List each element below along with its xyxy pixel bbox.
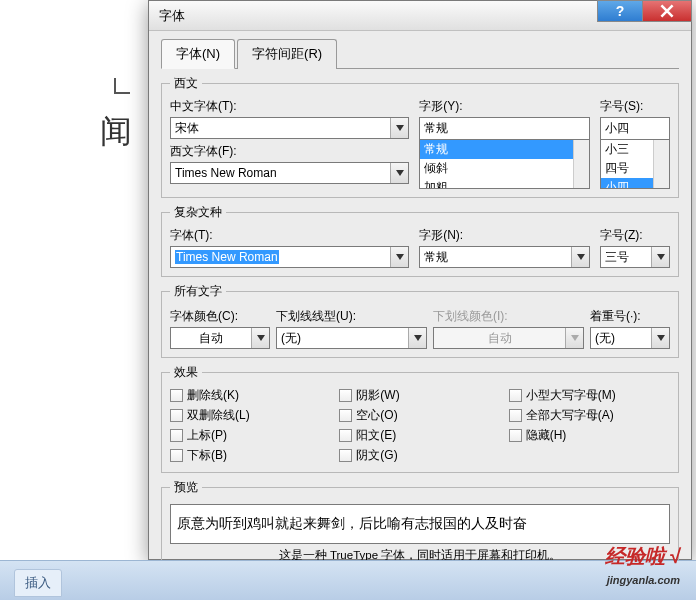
legend-allfonts: 所有文字 — [170, 283, 226, 300]
en-font-combo[interactable]: Times New Roman — [170, 162, 409, 184]
size-label: 字号(S): — [600, 98, 670, 115]
dropdown-icon — [390, 247, 408, 267]
size-listbox[interactable]: 小三 四号 小四 — [600, 139, 670, 189]
scrollbar[interactable] — [653, 140, 669, 188]
checkbox-dblstrike[interactable]: 双删除线(L) — [170, 407, 331, 424]
dropdown-icon — [390, 118, 408, 138]
complex-font-combo[interactable]: Times New Roman — [170, 246, 409, 268]
checkbox-strike[interactable]: 删除线(K) — [170, 387, 331, 404]
style-label: 字形(Y): — [419, 98, 590, 115]
fieldset-complex: 复杂文种 字体(T): Times New Roman 字形(N): 常规 — [161, 204, 679, 277]
dropdown-icon — [571, 247, 589, 267]
fieldset-allfonts: 所有文字 字体颜色(C): 自动 下划线线型(U): (无) — [161, 283, 679, 358]
dropdown-icon — [565, 328, 583, 348]
checkbox-engrave[interactable]: 阴文(G) — [339, 447, 500, 464]
help-button[interactable]: ? — [597, 0, 643, 22]
fieldset-western: 西文 中文字体(T): 宋体 西文字体(F): Times New Roman … — [161, 75, 679, 198]
legend-western: 西文 — [170, 75, 202, 92]
dialog-titlebar: 字体 ? — [149, 1, 691, 31]
close-icon — [660, 4, 674, 18]
tabs: 字体(N) 字符间距(R) — [161, 39, 679, 69]
checkbox-smallcaps[interactable]: 小型大写字母(M) — [509, 387, 670, 404]
style-value[interactable]: 常规 — [419, 117, 590, 139]
checkbox-sub[interactable]: 下标(B) — [170, 447, 331, 464]
dropdown-icon — [408, 328, 426, 348]
checkbox-hidden[interactable]: 隐藏(H) — [509, 427, 670, 444]
dropdown-icon — [651, 328, 669, 348]
tab-spacing[interactable]: 字符间距(R) — [237, 39, 337, 69]
checkbox-allcaps[interactable]: 全部大写字母(A) — [509, 407, 670, 424]
complex-font-label: 字体(T): — [170, 227, 409, 244]
underline-style-combo[interactable]: (无) — [276, 327, 427, 349]
complex-size-combo[interactable]: 三号 — [600, 246, 670, 268]
complex-size-label: 字号(Z): — [600, 227, 670, 244]
complex-style-label: 字形(N): — [419, 227, 590, 244]
watermark-logo: 经验啦√ — [605, 543, 680, 570]
list-item[interactable]: 常规 — [420, 140, 589, 159]
cn-font-label: 中文字体(T): — [170, 98, 409, 115]
en-font-label: 西文字体(F): — [170, 143, 409, 160]
underline-style-label: 下划线线型(U): — [276, 308, 427, 325]
dialog-title: 字体 — [159, 7, 185, 25]
legend-complex: 复杂文种 — [170, 204, 226, 221]
document-text: 闻 — [100, 110, 132, 154]
legend-effects: 效果 — [170, 364, 202, 381]
underline-color-combo: 自动 — [433, 327, 584, 349]
fieldset-effects: 效果 删除线(K) 阴影(W) 小型大写字母(M) 双删除线(L) 空心(O) … — [161, 364, 679, 473]
font-dialog: 字体 ? 字体(N) 字符间距(R) 西文 中文字体(T): 宋体 西文字 — [148, 0, 692, 560]
close-button[interactable] — [642, 0, 692, 22]
checkbox-shadow[interactable]: 阴影(W) — [339, 387, 500, 404]
text-cursor-marker — [114, 78, 130, 94]
preview-text: 原意为听到鸡叫就起来舞剑，后比喻有志报国的人及时奋 — [170, 504, 670, 544]
dropdown-icon — [390, 163, 408, 183]
style-listbox[interactable]: 常规 倾斜 加粗 — [419, 139, 590, 189]
scrollbar[interactable] — [573, 140, 589, 188]
cn-font-combo[interactable]: 宋体 — [170, 117, 409, 139]
dropdown-icon — [251, 328, 269, 348]
emphasis-combo[interactable]: (无) — [590, 327, 670, 349]
ribbon-bar: 插入 — [0, 560, 696, 600]
underline-color-label: 下划线颜色(I): — [433, 308, 584, 325]
fieldset-preview: 预览 原意为听到鸡叫就起来舞剑，后比喻有志报国的人及时奋 这是一种 TrueTy… — [161, 479, 679, 572]
emphasis-label: 着重号(·): — [590, 308, 670, 325]
checkbox-hollow[interactable]: 空心(O) — [339, 407, 500, 424]
checkbox-emboss[interactable]: 阳文(E) — [339, 427, 500, 444]
watermark-url: jingyanla.com — [607, 574, 680, 586]
dropdown-icon — [651, 247, 669, 267]
list-item[interactable]: 加粗 — [420, 178, 589, 189]
complex-style-combo[interactable]: 常规 — [419, 246, 590, 268]
legend-preview: 预览 — [170, 479, 202, 496]
font-color-combo[interactable]: 自动 — [170, 327, 270, 349]
checkbox-super[interactable]: 上标(P) — [170, 427, 331, 444]
ribbon-tab-insert[interactable]: 插入 — [14, 569, 62, 597]
tab-font[interactable]: 字体(N) — [161, 39, 235, 69]
list-item[interactable]: 倾斜 — [420, 159, 589, 178]
size-value[interactable]: 小四 — [600, 117, 670, 139]
font-color-label: 字体颜色(C): — [170, 308, 270, 325]
